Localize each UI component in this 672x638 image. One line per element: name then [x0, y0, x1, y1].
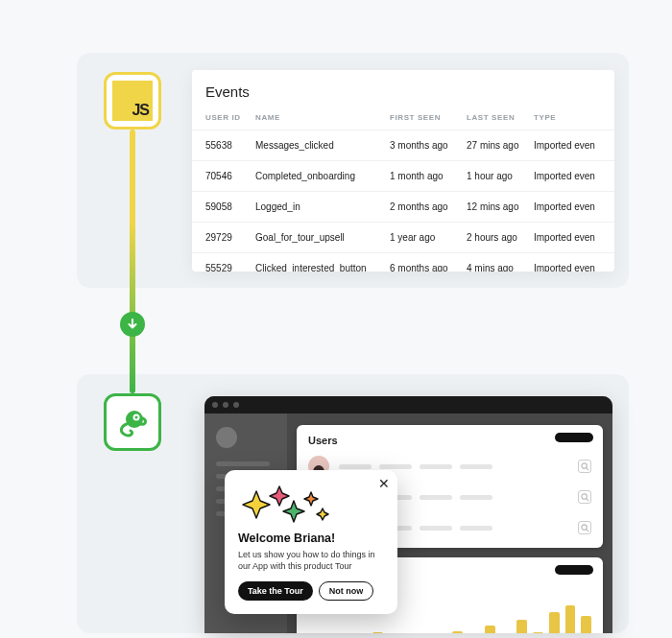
events-title: Events [192, 70, 614, 109]
cell-type: Imported even [528, 253, 614, 272]
not-now-button[interactable]: Not now [319, 581, 374, 601]
cell-name: Clicked_interested_button [250, 253, 384, 272]
javascript-icon: JS [112, 81, 153, 121]
users-panel-title: Users [308, 435, 591, 446]
take-tour-button[interactable]: Take the Tour [238, 581, 313, 601]
table-row[interactable]: 59058Logged_in2 months ago12 mins agoImp… [192, 192, 614, 223]
search-icon[interactable] [578, 460, 591, 473]
cell-id: 70546 [192, 161, 250, 192]
table-row[interactable]: 70546Completed_onboarding1 month ago1 ho… [192, 161, 614, 192]
cell-ls: 2 hours ago [461, 223, 528, 253]
svg-point-2 [135, 416, 138, 419]
cell-fs: 3 months ago [384, 130, 461, 161]
bar [485, 626, 495, 633]
bar [565, 605, 576, 633]
cell-name: Completed_onboarding [250, 161, 384, 192]
popup-heading: Welcome Briana! [238, 532, 384, 545]
panel-action-pill[interactable] [555, 433, 593, 442]
cell-ls: 1 hour ago [461, 161, 528, 192]
bar [372, 632, 383, 633]
svg-point-3 [581, 462, 586, 467]
col-header-type: TYPE [528, 109, 614, 130]
welcome-popup: ✕ Welcome Briana! Let us show you how to… [225, 470, 397, 614]
table-row[interactable]: 55529Clicked_interested_button6 months a… [192, 253, 614, 272]
cell-id: 59058 [192, 192, 250, 223]
cell-name: Messages_clicked [250, 130, 384, 161]
search-icon[interactable] [578, 521, 591, 534]
connector-line [130, 130, 135, 393]
sparkles-icon [238, 484, 384, 526]
cell-name: Goal_for_tour_upsell [250, 223, 384, 253]
col-header-name: NAME [250, 109, 384, 130]
svg-line-8 [586, 529, 588, 531]
events-table: USER ID NAME FIRST SEEN LAST SEEN TYPE 5… [192, 109, 614, 272]
col-header-userid: USER ID [192, 109, 250, 130]
bar [533, 632, 543, 633]
col-header-lastseen: LAST SEEN [461, 109, 528, 130]
col-header-firstseen: FIRST SEEN [384, 109, 461, 130]
cell-ls: 4 mins ago [461, 253, 528, 272]
cell-id: 55638 [192, 130, 250, 161]
cell-type: Imported even [528, 161, 614, 192]
bar [581, 616, 591, 634]
chameleon-tile [104, 393, 161, 451]
bar [516, 620, 527, 633]
bar [549, 612, 560, 633]
cell-fs: 1 month ago [384, 161, 461, 192]
cell-fs: 1 year ago [384, 223, 461, 253]
connector-arrow-icon [120, 312, 145, 337]
cell-fs: 2 months ago [384, 192, 461, 223]
svg-point-7 [581, 524, 586, 529]
cell-fs: 6 months ago [384, 253, 461, 272]
chameleon-icon [113, 403, 152, 441]
svg-line-4 [586, 467, 588, 469]
cell-id: 55529 [192, 253, 250, 272]
window-titlebar [204, 396, 612, 414]
cell-ls: 12 mins ago [461, 192, 528, 223]
cell-name: Logged_in [250, 192, 384, 223]
bar [452, 631, 463, 633]
table-row[interactable]: 29729Goal_for_tour_upsell1 year ago2 hou… [192, 223, 614, 253]
table-row[interactable]: 55638Messages_clicked3 months ago27 mins… [192, 130, 614, 161]
popup-body: Let us show you how to do things in our … [238, 549, 384, 572]
events-table-card: Events USER ID NAME FIRST SEEN LAST SEEN… [192, 70, 614, 272]
cell-ls: 27 mins ago [461, 130, 528, 161]
cell-type: Imported even [528, 130, 614, 161]
cell-type: Imported even [528, 223, 614, 253]
search-icon[interactable] [578, 490, 591, 504]
javascript-label: JS [132, 102, 149, 119]
cell-id: 29729 [192, 223, 250, 253]
panel-action-pill[interactable] [555, 565, 593, 575]
svg-point-5 [581, 493, 586, 498]
javascript-tile: JS [104, 72, 161, 130]
cell-type: Imported even [528, 192, 614, 223]
svg-line-6 [586, 498, 588, 500]
sidebar-avatar-icon [216, 427, 237, 448]
